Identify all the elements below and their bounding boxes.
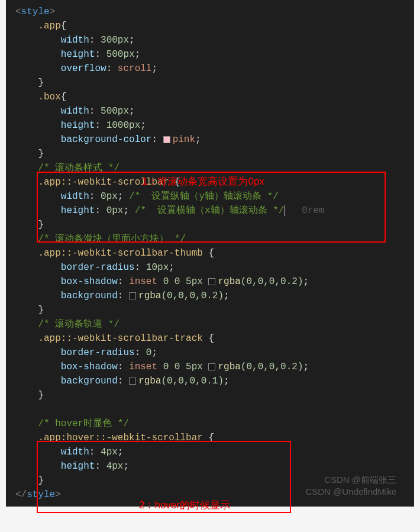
code-line: height: 4px; (6, 459, 414, 473)
code-line: } (6, 218, 414, 232)
code-line: .app::-webkit-scrollbar-thumb { (6, 246, 414, 260)
code-line: background: rgba(0,0,0,0.1); (6, 374, 414, 388)
code-line: background: rgba(0,0,0,0.2); (6, 289, 414, 303)
code-line (6, 402, 414, 417)
code-line: width: 300px; (6, 33, 414, 47)
color-swatch (129, 292, 136, 299)
code-line: overflow: scroll; (6, 62, 414, 76)
code-line: height: 500px; (6, 47, 414, 62)
code-line: .app:hover::-webkit-scrollbar { (6, 431, 414, 445)
code-line: background-color: pink; (6, 133, 414, 147)
code-line: .app{ (6, 19, 414, 33)
code-line: } (6, 303, 414, 317)
code-line: width: 500px; (6, 104, 414, 118)
code-line: box-shadow: inset 0 0 5px rgba(0,0,0,0.2… (6, 275, 414, 289)
code-line: /* 滚动条样式 */ (6, 161, 414, 175)
color-swatch (129, 378, 136, 385)
code-line: .app::-webkit-scrollbar { (6, 175, 414, 189)
code-line: <style> (6, 5, 414, 19)
code-line: /* hover时显色 */ (6, 417, 414, 431)
code-line: } (6, 76, 414, 90)
code-line: height: 1000px; (6, 118, 414, 133)
code-editor[interactable]: <style> .app{ width: 300px; height: 500p… (6, 0, 414, 507)
code-line: width: 0px; /* 设置纵轴（y轴）轴滚动条 */ (6, 189, 414, 204)
code-line: border-radius: 10px; (6, 260, 414, 275)
code-line: .app::-webkit-scrollbar-track { (6, 331, 414, 346)
code-line: } (6, 388, 414, 402)
code-line: /* 滚动条滑块（里面小方块） */ (6, 232, 414, 246)
color-swatch (208, 363, 215, 370)
code-line: height: 0px; /* 设置横轴（x轴）轴滚动条 */ 0rem (6, 204, 414, 218)
code-line: box-shadow: inset 0 0 5px rgba(0,0,0,0.2… (6, 360, 414, 374)
watermark: CSDN @前端张三 CSDN @UndefindMike (305, 474, 396, 498)
code-line: width: 4px; (6, 445, 414, 459)
code-line: border-radius: 0; (6, 346, 414, 360)
code-line: /* 滚动条轨道 */ (6, 317, 414, 331)
code-line: } (6, 147, 414, 161)
code-line: .box{ (6, 90, 414, 104)
color-swatch (208, 278, 215, 285)
color-swatch (163, 136, 170, 143)
